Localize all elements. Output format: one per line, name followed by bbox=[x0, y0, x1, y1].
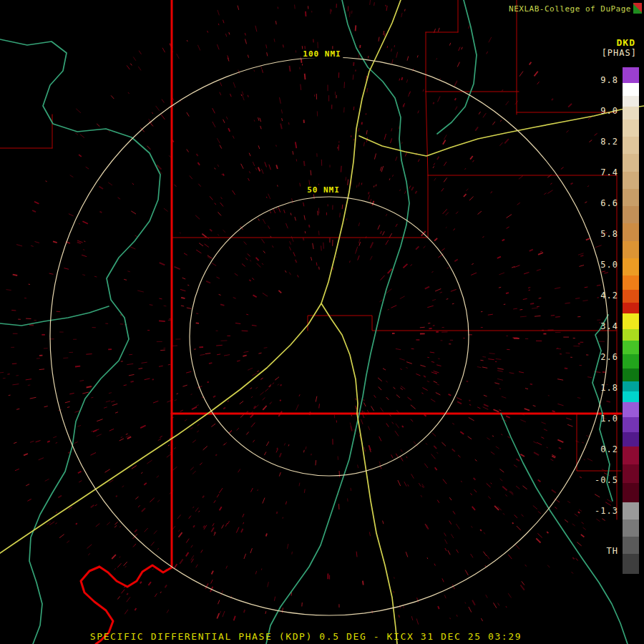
range-rings bbox=[50, 57, 608, 615]
colorbar-segment bbox=[623, 554, 639, 574]
range-ring bbox=[190, 197, 469, 476]
colorbar-segment bbox=[623, 258, 639, 275]
colorbar-labels: 9.89.08.27.46.65.85.04.23.42.61.81.00.2-… bbox=[588, 67, 618, 575]
colorbar-segment bbox=[623, 107, 639, 119]
colorbar-tick: 2.6 bbox=[600, 352, 618, 362]
colorbar-segment bbox=[623, 83, 639, 96]
colorbar-segment bbox=[623, 241, 639, 258]
colorbar-segment bbox=[623, 275, 639, 290]
colorbar-segment bbox=[623, 402, 639, 417]
colorbar-tick: 6.6 bbox=[600, 198, 618, 208]
colorbar-segment bbox=[623, 381, 639, 391]
colorbar-segment bbox=[623, 313, 639, 329]
colorbar-segment bbox=[623, 96, 639, 107]
colorbar-segment bbox=[623, 172, 639, 189]
colorbar bbox=[623, 67, 639, 574]
colorbar-tick: -1.3 bbox=[595, 506, 618, 516]
range-ring-label-100nmi: 100 NMI bbox=[301, 49, 343, 59]
colorbar-segment bbox=[623, 67, 639, 83]
colorbar-tick: 8.2 bbox=[600, 137, 618, 147]
radar-display: 50 NMI 100 NMI NEXLAB-College of DuPage … bbox=[0, 0, 644, 644]
colorbar-segment bbox=[623, 119, 639, 137]
radar-map bbox=[0, 0, 644, 644]
county-borders bbox=[0, 0, 621, 519]
product-code: DKD bbox=[617, 37, 635, 48]
colorbar-segment bbox=[623, 369, 639, 381]
colorbar-tick: 9.0 bbox=[600, 106, 618, 116]
colorbar-segment bbox=[623, 354, 639, 369]
colorbar-segment bbox=[623, 502, 639, 519]
range-ring-label-50nmi: 50 NMI bbox=[305, 185, 342, 195]
roads bbox=[0, 0, 644, 644]
colorbar-tick: 4.2 bbox=[600, 291, 618, 301]
product-units: [PHAS] bbox=[602, 48, 637, 58]
caption: SPECIFIC DIFFERENTIAL PHASE (KDP) 0.5 DE… bbox=[0, 631, 612, 642]
colorbar-tick: 1.8 bbox=[600, 383, 618, 393]
colorbar-tick: 0.2 bbox=[600, 444, 618, 454]
range-ring bbox=[50, 57, 608, 615]
cod-logo-icon bbox=[633, 3, 642, 14]
colorbar-tick: 3.4 bbox=[600, 321, 618, 331]
colorbar-segment bbox=[623, 206, 639, 223]
colorbar-segment bbox=[623, 329, 639, 340]
colorbar-segment bbox=[623, 464, 639, 483]
colorbar-segment bbox=[623, 391, 639, 401]
colorbar-segment bbox=[623, 519, 639, 537]
colorbar-segment bbox=[623, 432, 639, 447]
colorbar-segment bbox=[623, 537, 639, 554]
state-borders bbox=[81, 0, 621, 644]
colorbar-tick: 7.4 bbox=[600, 167, 618, 177]
colorbar-segment bbox=[623, 483, 639, 502]
colorbar-tick: 1.0 bbox=[600, 414, 618, 424]
colorbar-tick: -0.5 bbox=[595, 475, 618, 485]
colorbar-tick: 9.8 bbox=[600, 75, 618, 85]
colorbar-segment bbox=[623, 154, 639, 171]
rivers bbox=[0, 0, 628, 644]
colorbar-segment bbox=[623, 137, 639, 154]
brand-text: NEXLAB-College of DuPage bbox=[509, 4, 631, 14]
colorbar-tick: 5.8 bbox=[600, 229, 618, 239]
colorbar-tick: 5.0 bbox=[600, 260, 618, 270]
colorbar-segment bbox=[623, 290, 639, 303]
colorbar-segment bbox=[623, 447, 639, 464]
colorbar-segment bbox=[623, 223, 639, 240]
colorbar-segment bbox=[623, 189, 639, 206]
colorbar-segment bbox=[623, 303, 639, 313]
colorbar-segment bbox=[623, 341, 639, 355]
colorbar-segment bbox=[623, 417, 639, 432]
colorbar-tick: TH bbox=[607, 546, 618, 556]
